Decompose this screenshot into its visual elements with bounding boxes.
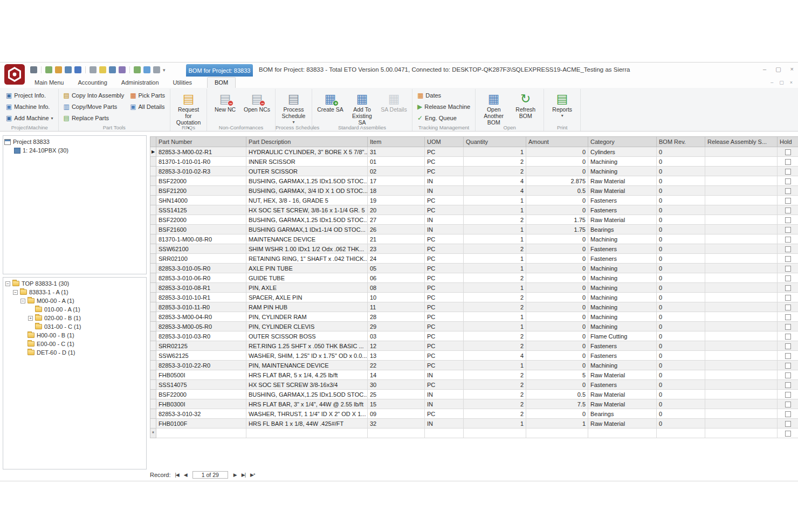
- cell-category[interactable]: Machining: [588, 264, 657, 273]
- copy-into-assembly-button[interactable]: ▤Copy Into Assembly: [61, 90, 127, 101]
- cell-uom[interactable]: PC: [425, 322, 464, 331]
- table-row[interactable]: SRR02125RET.RING 1.25 SHFT x .050 THK BA…: [150, 341, 798, 351]
- contacts-icon[interactable]: [65, 66, 72, 73]
- cell-category[interactable]: Raw Material: [588, 215, 657, 225]
- row-selector[interactable]: [150, 351, 156, 361]
- cell-uom[interactable]: IN: [425, 419, 464, 429]
- cell-part-number[interactable]: 82853-3-010-06-R0: [156, 273, 246, 283]
- eng-queue-button[interactable]: ✓Eng. Queue: [415, 113, 472, 123]
- close-button[interactable]: ×: [790, 65, 794, 73]
- cell-part-description[interactable]: HRS FL BAR 1 x 1/8, 44W .425#/FT: [246, 419, 368, 429]
- cell-part-number[interactable]: SRR02125: [156, 341, 246, 351]
- cell-uom[interactable]: IN: [425, 225, 464, 234]
- sa-details-button[interactable]: ▦SA Details: [379, 90, 409, 114]
- table-row[interactable]: 82853-3-010-05-R0AXLE PIN TUBE05PC10Mach…: [150, 264, 798, 273]
- cell-part-description[interactable]: RET.RING 1.25 SHFT x .050 THK BASIC ...: [246, 341, 368, 351]
- tree-node-top-83833-1-30[interactable]: −TOP 83833-1 (30): [4, 279, 145, 288]
- cell-item[interactable]: 32: [368, 419, 425, 429]
- cell-amount[interactable]: 0: [526, 254, 588, 264]
- expand-icon[interactable]: +: [28, 316, 33, 321]
- cell-amount[interactable]: 0: [526, 157, 588, 167]
- hold-checkbox[interactable]: [785, 285, 791, 291]
- cell-amount[interactable]: 0: [526, 322, 588, 331]
- search-icon[interactable]: [30, 66, 37, 73]
- cell-part-number[interactable]: SHN14000: [156, 196, 246, 205]
- table-row[interactable]: 82853-3-010-03-R0OUTER SCISSOR BOSS03PC2…: [150, 331, 798, 341]
- cell-part-description[interactable]: OUTER SCISSOR: [246, 167, 368, 176]
- cell-category[interactable]: Raw Material: [588, 176, 657, 186]
- table-row[interactable]: BSF22000BUSHING, GARMAX,1.25 IDx1.5OD ST…: [150, 215, 798, 225]
- cell-bom-rev[interactable]: 0: [657, 351, 705, 361]
- append-row[interactable]: *: [150, 429, 798, 438]
- table-row[interactable]: 82853-3-M00-04-R0PIN, CYLINDER RAM28PC10…: [150, 312, 798, 322]
- cell-part-number[interactable]: SSW62125: [156, 351, 246, 361]
- cell-bom-rev[interactable]: 0: [657, 234, 705, 244]
- column-header-category[interactable]: Category: [588, 137, 657, 147]
- cell-part-number[interactable]: BSF22000: [156, 215, 246, 225]
- row-selector[interactable]: [150, 167, 156, 176]
- tree-node-project[interactable]: Project 83833: [4, 137, 145, 146]
- cell-amount[interactable]: 0: [526, 264, 588, 273]
- cell-quantity[interactable]: 1: [464, 234, 526, 244]
- cell-bom-rev[interactable]: 0: [657, 273, 705, 283]
- cell-item[interactable]: 12: [368, 341, 425, 351]
- hold-checkbox[interactable]: [785, 402, 791, 407]
- cell-part-number[interactable]: 82853-3-010-32: [156, 409, 246, 419]
- cell-amount[interactable]: 0: [526, 293, 588, 302]
- tree-node-031-00-c-1[interactable]: 031-00 - C (1): [4, 322, 145, 331]
- table-row[interactable]: SSW62100SHIM WSHR 1.00 IDx1 1/2 Odx .062…: [150, 244, 798, 254]
- cell-category[interactable]: Cylinders: [588, 147, 657, 157]
- hold-checkbox[interactable]: [785, 363, 791, 369]
- cell-quantity[interactable]: 2: [464, 302, 526, 312]
- cell-category[interactable]: Fasteners: [588, 341, 657, 351]
- cell-quantity[interactable]: 1: [464, 283, 526, 293]
- cell-part-number[interactable]: 82853-3-010-10-R1: [156, 293, 246, 302]
- table-row[interactable]: FHB0500IHRS FLAT BAR, 5 x 1/4, 4.25 lb/f…: [150, 370, 798, 380]
- cell-release-assembly-s[interactable]: [705, 322, 778, 331]
- cell-part-description[interactable]: HYDRAULIC CYLINDER, 3" BORE X 5 7/8"...: [246, 147, 368, 157]
- hold-checkbox[interactable]: [785, 198, 791, 204]
- cell-item[interactable]: 09: [368, 409, 425, 419]
- table-row[interactable]: 82853-3-010-32WASHER, THRUST, 1 1/4" ID …: [150, 409, 798, 419]
- cell-item[interactable]: 08: [368, 283, 425, 293]
- add-to-existing-sa-button[interactable]: ▦Add To Existing SA: [347, 90, 377, 126]
- cell-category[interactable]: Machining: [588, 361, 657, 370]
- cell-quantity[interactable]: 1: [464, 147, 526, 157]
- cell-bom-rev[interactable]: 0: [657, 390, 705, 399]
- cell-uom[interactable]: PC: [425, 147, 464, 157]
- cell-part-description[interactable]: HRS FLAT BAR, 5 x 1/4, 4.25 lb/ft: [246, 370, 368, 380]
- row-selector[interactable]: [150, 186, 156, 196]
- cell-part-number[interactable]: 81370-1-M00-08-R0: [156, 234, 246, 244]
- cell-part-description[interactable]: GUIDE TUBE: [246, 273, 368, 283]
- cell-part-number[interactable]: SRR02100: [156, 254, 246, 264]
- cell-amount[interactable]: 0: [526, 234, 588, 244]
- cell-part-number[interactable]: SSW62100: [156, 244, 246, 254]
- record-next-button[interactable]: ▶: [232, 472, 238, 478]
- hold-checkbox[interactable]: [785, 353, 791, 359]
- replace-parts-button[interactable]: ▤Replace Parts: [61, 113, 127, 123]
- cell-uom[interactable]: PC: [425, 244, 464, 254]
- column-header-bom-rev[interactable]: BOM Rev.: [657, 137, 705, 147]
- cell-item[interactable]: 14: [368, 370, 425, 380]
- row-selector[interactable]: ▶: [150, 147, 156, 157]
- print-icon[interactable]: [153, 66, 160, 73]
- cell-category[interactable]: Fasteners: [588, 196, 657, 205]
- hold-checkbox[interactable]: [785, 256, 791, 262]
- cell-item[interactable]: 31: [368, 147, 425, 157]
- cell-item[interactable]: 18: [368, 186, 425, 196]
- cell-part-description[interactable]: PIN, CYLINDER CLEVIS: [246, 322, 368, 331]
- hold-checkbox[interactable]: [785, 246, 791, 252]
- add-machine-button[interactable]: ▣Add Machine▾: [4, 113, 56, 123]
- column-header-quantity[interactable]: Quantity: [464, 137, 526, 147]
- collapse-icon[interactable]: −: [20, 299, 25, 303]
- row-selector[interactable]: [150, 244, 156, 254]
- cell-bom-rev[interactable]: 0: [657, 264, 705, 273]
- hold-checkbox[interactable]: [785, 411, 791, 417]
- cell-bom-rev[interactable]: 0: [657, 225, 705, 234]
- tree-node-83833-1-a-1[interactable]: −83833-1 - A (1): [4, 288, 145, 296]
- hold-checkbox[interactable]: [785, 237, 791, 243]
- cell-item[interactable]: [368, 429, 425, 438]
- tree-node-h00-00-b-1[interactable]: H00-00 - B (1): [4, 331, 145, 340]
- cell-amount[interactable]: [526, 429, 588, 438]
- cell-amount[interactable]: 7.5: [526, 399, 588, 409]
